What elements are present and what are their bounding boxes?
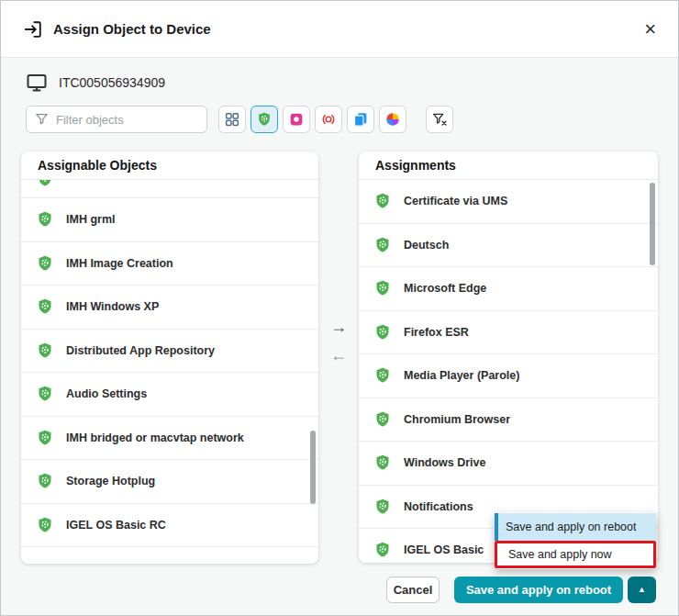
apps-icon	[288, 111, 305, 128]
filter-objects-input[interactable]	[26, 106, 207, 133]
object-label: Media Player (Parole)	[404, 369, 519, 382]
list-item[interactable]: Audio Settings	[21, 373, 318, 417]
list-item[interactable]: Certificate via UMS	[359, 180, 658, 224]
filter-profiles-button[interactable]	[250, 106, 278, 133]
assignable-objects-list: IMH grml IMH Image Creation IMH Windows …	[21, 180, 318, 547]
profile-shield-icon	[36, 472, 54, 490]
list-item[interactable]: IMH bridged or macvtap network	[21, 417, 318, 461]
close-icon[interactable]: ×	[644, 19, 656, 39]
move-right-arrow-icon[interactable]: →	[330, 319, 347, 335]
profile-shield-icon	[36, 385, 54, 403]
filter-input-wrapper	[26, 106, 207, 133]
profile-shield-icon	[373, 454, 392, 472]
assignments-title: Assignments	[359, 151, 658, 180]
move-left-arrow-icon[interactable]: ←	[330, 347, 347, 364]
list-item[interactable]: Microsoft Edge	[359, 267, 658, 311]
transfer-arrows: → ←	[326, 319, 351, 364]
color-wheel-icon	[384, 111, 401, 128]
list-item[interactable]: Firefox ESR	[359, 311, 658, 355]
object-label: Chromium Browser	[404, 413, 510, 426]
filter-firmware-customizations-button[interactable]	[379, 106, 406, 133]
object-label: Deutsch	[404, 239, 449, 252]
monitor-icon	[26, 72, 48, 94]
profile-shield-icon	[373, 192, 392, 210]
profile-shield-icon	[373, 410, 392, 429]
object-label: Microsoft Edge	[404, 282, 486, 295]
profile-shield-icon	[36, 297, 54, 316]
profile-shield-icon	[256, 111, 273, 128]
grid-icon	[224, 111, 240, 128]
assign-object-icon	[23, 19, 43, 39]
dialog-title: Assign Object to Device	[53, 21, 211, 37]
cancel-button[interactable]: Cancel	[386, 577, 440, 603]
filter-all-objects-button[interactable]	[218, 106, 246, 133]
profile-shield-icon	[36, 180, 54, 188]
filter-row	[26, 106, 453, 133]
profile-shield-icon	[36, 516, 54, 534]
profile-shield-icon	[373, 498, 392, 516]
object-label: IGEL OS Basic RC	[66, 519, 166, 532]
object-label: IMH bridged or macvtap network	[66, 431, 244, 444]
assign-object-dialog: Assign Object to Device × ITC00505693490…	[0, 0, 679, 616]
dialog-header: Assign Object to Device ×	[1, 1, 678, 58]
object-label: IGEL OS Basic	[404, 543, 484, 556]
object-label: Audio Settings	[66, 387, 147, 400]
object-label: Firefox ESR	[404, 326, 469, 339]
object-label: IMH Image Creation	[66, 257, 173, 270]
profile-shield-icon	[373, 323, 392, 342]
profile-shield-icon	[36, 254, 54, 273]
object-type-filter-group	[218, 106, 406, 133]
list-item[interactable]: IGEL OS Basic RC	[21, 504, 318, 548]
save-and-apply-on-reboot-button[interactable]: Save and apply on reboot	[454, 577, 623, 603]
list-item[interactable]: IMH grml	[21, 198, 318, 242]
list-item[interactable]: Distributed App Repository	[21, 330, 318, 374]
profile-shield-icon	[373, 366, 392, 385]
list-item[interactable]: Deutsch	[359, 224, 658, 268]
clear-filter-button[interactable]	[426, 106, 453, 133]
profile-shield-icon	[373, 541, 392, 559]
list-item-partial[interactable]	[21, 180, 318, 198]
object-label: IMH Windows XP	[66, 300, 159, 313]
profile-shield-icon	[36, 210, 54, 229]
list-item[interactable]: Storage Hotplug	[21, 460, 318, 504]
object-label: Notifications	[404, 500, 473, 513]
caret-up-icon: ▲	[638, 586, 646, 594]
menu-item-save-apply-now[interactable]: Save and apply now	[495, 541, 656, 568]
profile-shield-icon	[36, 342, 54, 360]
filter-apps-button[interactable]	[283, 106, 310, 133]
list-item[interactable]: IMH Image Creation	[21, 242, 318, 286]
list-item[interactable]: Chromium Browser	[359, 398, 658, 442]
funnel-icon	[34, 111, 50, 127]
list-item[interactable]: IMH Windows XP	[21, 286, 318, 330]
assignable-objects-panel: Assignable Objects IMH grml IMH Image Cr…	[21, 151, 318, 564]
object-label: Windows Drive	[404, 456, 485, 469]
device-id: ITC005056934909	[59, 75, 165, 90]
scrollbar-thumb[interactable]	[650, 183, 655, 265]
device-row: ITC005056934909	[26, 72, 165, 94]
filter-files-button[interactable]	[347, 106, 374, 133]
profile-shield-icon	[373, 236, 392, 254]
files-icon	[352, 111, 369, 128]
object-label: Certificate via UMS	[404, 195, 507, 207]
assignable-objects-title: Assignable Objects	[21, 151, 318, 180]
assignments-panel: Assignments Certificate via UMS Deutsch …	[359, 151, 658, 563]
save-options-menu: Save and apply on reboot Save and apply …	[495, 512, 656, 569]
menu-item-save-apply-on-reboot[interactable]: Save and apply on reboot	[495, 513, 656, 541]
list-item[interactable]: Media Player (Parole)	[359, 354, 658, 398]
object-label: IMH grml	[66, 213, 115, 226]
profile-shield-icon	[373, 279, 392, 297]
object-label: Distributed App Repository	[66, 344, 215, 357]
assignments-list: Certificate via UMS Deutsch Microsoft Ed…	[359, 180, 658, 563]
priority-profile-icon	[320, 111, 337, 128]
save-options-toggle-button[interactable]: ▲	[628, 577, 656, 603]
scrollbar-thumb[interactable]	[310, 431, 316, 504]
filter-priority-profiles-button[interactable]	[315, 106, 342, 133]
list-item[interactable]: Windows Drive	[359, 442, 658, 486]
clear-filter-icon	[431, 111, 448, 128]
object-label: Storage Hotplug	[66, 475, 155, 487]
profile-shield-icon	[36, 429, 54, 447]
